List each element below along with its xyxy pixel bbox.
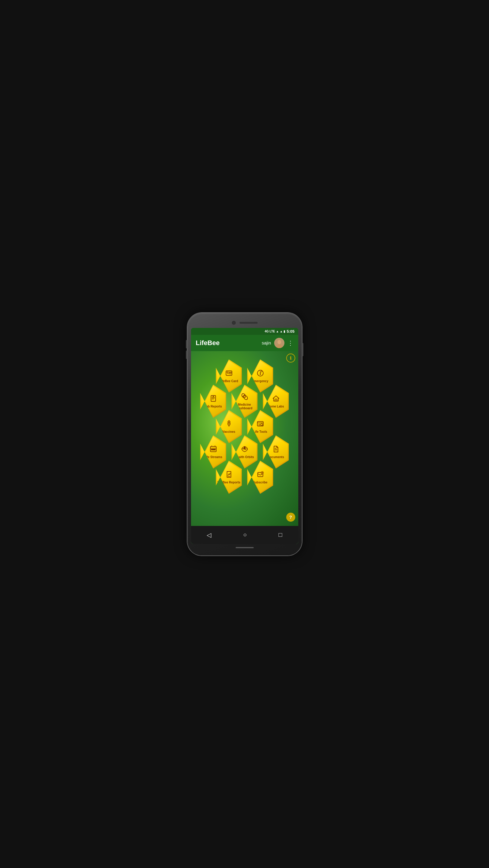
emergency-icon [256, 369, 264, 379]
app-bar-right: sajin ⋮ [262, 338, 293, 348]
vaccines-icon: ❤ [225, 420, 233, 430]
hex-row-2: Lab Reports Medicine Dashboard [198, 385, 291, 418]
bottom-nav: ◁ ○ □ [191, 526, 298, 544]
home-labs-label: Home Labs [267, 405, 285, 408]
life-streams-label: Life Streams [203, 456, 223, 459]
home-icon [272, 395, 280, 404]
life-tools-icon [256, 420, 264, 430]
svg-line-28 [262, 425, 263, 426]
svg-rect-9 [211, 396, 216, 401]
svg-point-6 [229, 372, 231, 374]
subscribe-label: Subscribe [252, 481, 268, 484]
speaker [239, 322, 258, 324]
more-menu-button[interactable]: ⋮ [287, 339, 293, 347]
status-icons: 4G LTE ▲ ▲ ▮ [264, 330, 285, 333]
life-tools-label: Life Tools [252, 430, 268, 434]
reports-icon [225, 470, 233, 480]
home-button[interactable]: ○ [237, 530, 253, 539]
phone-screen: 4G LTE ▲ ▲ ▮ 5:05 LifeBee sajin ⋮ [191, 328, 298, 544]
documents-icon [272, 445, 280, 455]
svg-rect-35 [214, 449, 215, 450]
home-bar [236, 547, 254, 548]
power-button[interactable] [302, 343, 303, 356]
camera [232, 321, 236, 325]
vol-up-button[interactable] [186, 340, 187, 348]
subscribe-icon [256, 470, 264, 480]
status-time: 5:05 [287, 329, 294, 334]
lifebee-reports-label: LifeBee Reports [216, 481, 242, 484]
lifebee-card-label: LifeBee Card [219, 379, 239, 383]
svg-rect-18 [275, 399, 277, 401]
health-orbits-icon [241, 445, 249, 455]
card-icon [225, 369, 233, 379]
phone-bottom [191, 544, 298, 550]
vaccines-label: Vaccines [221, 430, 236, 434]
svg-point-1 [278, 340, 281, 344]
health-orbits-label: Health Orbits [234, 456, 255, 459]
recent-button[interactable]: □ [273, 530, 288, 539]
app-title: LifeBee [196, 339, 220, 347]
menu-item-lifebee-reports[interactable]: LifeBee Reports [214, 461, 244, 494]
medicine-dashboard-label: Medicine Dashboard [230, 403, 260, 410]
emergency-label: Emergency [251, 379, 270, 383]
avatar[interactable] [274, 338, 285, 348]
user-name: sajin [262, 340, 271, 345]
menu-item-subscribe[interactable]: Subscribe [245, 461, 275, 494]
battery-icon: ▮ [284, 330, 285, 333]
phone-top-decoration [191, 318, 298, 328]
info-button[interactable]: ℹ [286, 353, 295, 363]
svg-rect-34 [213, 449, 214, 450]
help-button[interactable]: ? [286, 513, 295, 522]
main-content: ℹ LifeBee [191, 351, 298, 526]
honeycomb-grid: LifeBee Card Emergency [193, 354, 296, 490]
streams-icon [209, 445, 217, 455]
svg-rect-33 [211, 449, 212, 450]
lab-icon [209, 395, 217, 404]
back-button[interactable]: ◁ [201, 530, 217, 540]
documents-label: Documents [266, 456, 285, 459]
status-bar: 4G LTE ▲ ▲ ▮ 5:05 [191, 328, 298, 335]
wifi-icon: ▲ [280, 330, 283, 333]
signal-icon: ▲ [276, 330, 279, 333]
signal-text: 4G LTE [264, 330, 275, 333]
hex-row-4: Life Streams Health Orbits [198, 435, 291, 469]
lab-reports-label: Lab Reports [203, 405, 223, 408]
app-bar: LifeBee sajin ⋮ [191, 335, 298, 351]
vol-down-button[interactable] [186, 350, 187, 359]
medicine-icon [241, 393, 249, 402]
phone-frame: 4G LTE ▲ ▲ ▮ 5:05 LifeBee sajin ⋮ [187, 313, 302, 555]
svg-point-8 [260, 374, 260, 374]
